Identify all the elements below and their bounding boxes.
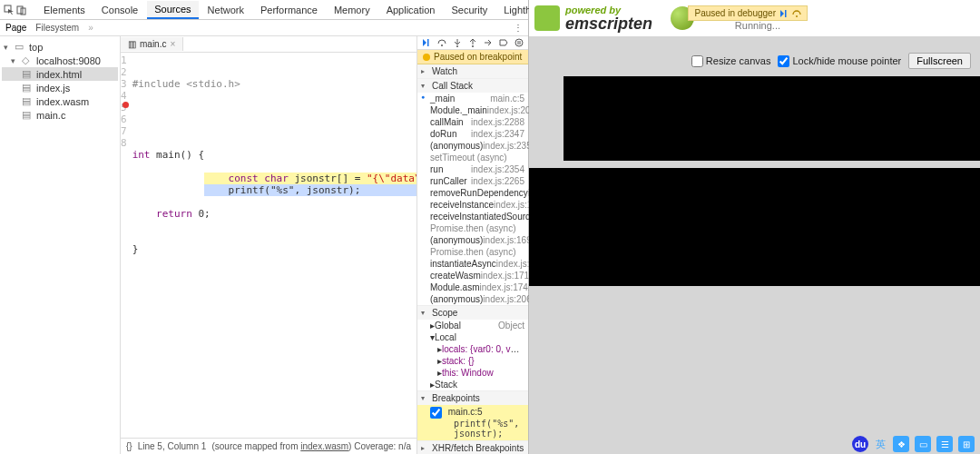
step-over-icon[interactable] (436, 36, 446, 49)
breakpoint-code: printf("%s", jsonstr); (430, 419, 524, 439)
stack-frame[interactable]: (anonymous)index.js:2358 (417, 140, 528, 152)
pause-on-exc-icon[interactable] (514, 36, 524, 49)
breakpoint-checkbox[interactable] (430, 407, 442, 419)
code-area[interactable]: 12345678 #include <stdio.h> int main() {… (121, 53, 416, 438)
braces-icon[interactable]: {} (126, 441, 132, 451)
close-tab-icon[interactable]: × (170, 39, 175, 49)
paused-text: Paused in debugger (694, 8, 776, 18)
source-map-link[interactable]: index.wasm (300, 441, 348, 451)
scope-var[interactable]: ▸locals: {var0: 0, var1: 4880… (417, 343, 528, 355)
tree-file-mainc[interactable]: ▤main.c (2, 108, 118, 122)
overlay-step-icon[interactable] (792, 9, 801, 18)
section-xhr-bp[interactable]: ▸XHR/fetch Breakpoints (417, 441, 528, 454)
editor: ▥ main.c × 12345678 #include <stdio.h> i… (121, 36, 417, 454)
section-callstack[interactable]: ▾Call Stack (417, 79, 528, 93)
stack-frame[interactable]: callMainindex.js:2288 (417, 116, 528, 128)
file-icon: ▥ (128, 39, 136, 49)
scope-var[interactable]: ▸this: Window (417, 367, 528, 379)
stack-frame[interactable]: runindex.js:2354 (417, 163, 528, 175)
code-line-exec: const char jsonstr[] = "{\"data\":\"Hell… (204, 173, 416, 184)
editor-tabs: ▥ main.c × (121, 36, 416, 53)
page-header: powered by emscripten Paused in debugger… (529, 0, 980, 36)
breakpoint-marker-icon[interactable] (122, 102, 129, 108)
step-icon[interactable] (484, 36, 494, 49)
subtab-page[interactable]: Page (5, 23, 26, 33)
stack-frame[interactable]: createWasmindex.js:1717 (417, 270, 528, 281)
step-into-icon[interactable] (452, 36, 462, 49)
stack-frame[interactable]: instantiateAsyncindex.js:1690 (417, 258, 528, 270)
stack-frame[interactable]: receiveInstantiatedSourceindex.js:1671 (417, 211, 528, 222)
section-watch[interactable]: ▸Watch (417, 64, 528, 78)
lock-pointer-checkbox[interactable]: Lock/hide mouse pointer (778, 55, 901, 67)
tray-icon[interactable]: ▭ (915, 436, 931, 452)
fullscreen-button[interactable]: Fullscreen (908, 53, 971, 69)
more-vert-icon[interactable]: ⋮ (514, 23, 523, 33)
svg-point-8 (472, 45, 474, 47)
emscripten-label: emscripten (565, 15, 652, 32)
scope-local[interactable]: ▾Local (417, 331, 528, 343)
baidu-icon[interactable]: du (852, 436, 868, 452)
tab-network[interactable]: Network (201, 2, 251, 18)
stack-frame[interactable]: removeRunDependencyindex.js:1536 (417, 187, 528, 199)
resize-canvas-input[interactable] (691, 55, 703, 67)
stack-frame[interactable]: _mainmain.c:5 (417, 93, 528, 104)
editor-tab-mainc[interactable]: ▥ main.c × (121, 37, 183, 51)
tree-file-indexhtml[interactable]: ▤index.html (2, 67, 118, 81)
svg-point-7 (456, 45, 458, 47)
scope-global[interactable]: ▸GlobalObject (417, 320, 528, 331)
svg-rect-10 (518, 41, 519, 44)
overlay-resume-icon[interactable] (779, 9, 789, 18)
tab-console[interactable]: Console (94, 2, 145, 18)
stack-frame[interactable]: (anonymous)index.js:2060 (417, 293, 528, 305)
callstack-list: _mainmain.c:5 Module._mainindex.js:2084 … (417, 93, 528, 305)
subtab-more-icon[interactable]: » (88, 23, 93, 33)
section-scope[interactable]: ▾Scope (417, 306, 528, 320)
stack-frame[interactable]: (anonymous)index.js:1692 (417, 234, 528, 246)
lock-pointer-input[interactable] (778, 55, 789, 67)
code-line: #include <stdio.h> (132, 78, 240, 90)
tab-elements[interactable]: Elements (36, 2, 93, 18)
emscripten-logo-icon (534, 5, 560, 31)
tray-icon[interactable]: ☰ (936, 436, 953, 452)
resize-canvas-checkbox[interactable]: Resize canvas (691, 55, 771, 67)
scope-stack[interactable]: ▸Stack (417, 379, 528, 390)
section-breakpoints[interactable]: ▾Breakpoints (417, 391, 528, 405)
output-terminal[interactable] (529, 168, 980, 286)
code-line-breakpoint: printf("%s", jsonstr); (204, 184, 416, 196)
inspect-icon[interactable] (4, 4, 15, 16)
svg-point-13 (796, 15, 798, 17)
stack-frame[interactable]: Module.asmindex.js:1741 (417, 281, 528, 293)
debugger-toolbar (417, 36, 528, 50)
pause-dot-icon (423, 54, 430, 61)
tab-sources[interactable]: Sources (147, 1, 198, 19)
tab-security[interactable]: Security (444, 2, 495, 18)
tab-performance[interactable]: Performance (253, 2, 325, 18)
app-canvas[interactable] (564, 76, 980, 161)
device-toggle-icon[interactable] (16, 4, 27, 16)
stack-frame[interactable]: receiveInstanceindex.js:1654 (417, 199, 528, 211)
resume-icon[interactable] (421, 36, 431, 49)
tray-icon[interactable]: ⊞ (958, 436, 975, 452)
line-gutter[interactable]: 12345678 (121, 53, 132, 438)
svg-point-9 (515, 39, 523, 46)
tab-memory[interactable]: Memory (327, 2, 377, 18)
stack-frame[interactable]: runCallerindex.js:2265 (417, 175, 528, 187)
tree-origin[interactable]: ▾◇localhost:9080 (2, 54, 118, 67)
ime-indicator[interactable]: 英 (874, 438, 887, 451)
tree-file-indexwasm[interactable]: ▤index.wasm (2, 94, 118, 108)
subtab-filesystem[interactable]: Filesystem (35, 23, 79, 33)
breakpoint-label: main.c:5 (448, 407, 483, 417)
breakpoint-item[interactable]: main.c:5 printf("%s", jsonstr); (417, 405, 528, 440)
tree-top[interactable]: ▾▭top (2, 40, 118, 54)
tray-icon[interactable]: ❖ (893, 436, 909, 452)
async-divider: setTimeout (async) (417, 152, 528, 163)
tab-application[interactable]: Application (379, 2, 443, 18)
stack-frame[interactable]: doRunindex.js:2347 (417, 128, 528, 140)
tree-file-indexjs[interactable]: ▤index.js (2, 81, 118, 94)
step-out-icon[interactable] (467, 36, 477, 49)
stack-frame[interactable]: Module._mainindex.js:2084 (417, 104, 528, 116)
deactivate-bp-icon[interactable] (499, 36, 509, 49)
code-lines: #include <stdio.h> int main() { const ch… (132, 53, 416, 438)
scope-var[interactable]: ▸stack: {} (417, 355, 528, 367)
powered-by-label: powered by (565, 5, 652, 15)
